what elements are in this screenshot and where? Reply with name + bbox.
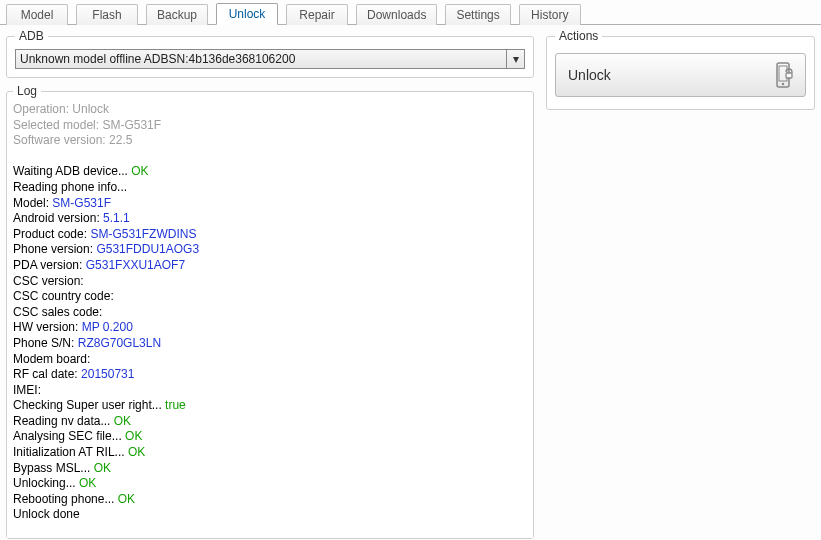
log-segment: Analysing SEC file... xyxy=(13,429,125,443)
log-line: Rebooting phone... OK xyxy=(13,492,527,508)
log-segment: Selected model: SM-G531F xyxy=(13,118,161,132)
log-segment: Modem board: xyxy=(13,352,90,366)
actions-legend: Actions xyxy=(555,29,602,43)
log-segment: Reading phone info... xyxy=(13,180,127,194)
phone-unlock-icon xyxy=(775,62,793,88)
log-segment: IMEI: xyxy=(13,383,41,397)
log-segment: OK xyxy=(118,492,135,506)
log-segment: Operation: Unlock xyxy=(13,102,109,116)
log-segment: Model: xyxy=(13,196,52,210)
log-segment: SM-G531F xyxy=(52,196,111,210)
log-segment: OK xyxy=(125,429,142,443)
log-segment: Rebooting phone... xyxy=(13,492,118,506)
log-line xyxy=(13,149,527,165)
log-segment: Checking Super user right... xyxy=(13,398,165,412)
log-line: Operation: Unlock xyxy=(13,102,527,118)
tab-downloads[interactable]: Downloads xyxy=(356,4,437,25)
log-line: CSC sales code: xyxy=(13,305,527,321)
log-segment: 20150731 xyxy=(81,367,134,381)
log-segment: RF cal date: xyxy=(13,367,81,381)
log-segment: CSC sales code: xyxy=(13,305,102,319)
unlock-button-label: Unlock xyxy=(568,67,611,83)
log-segment: OK xyxy=(79,476,96,490)
tab-label: Model xyxy=(21,8,54,22)
log-segment: OK xyxy=(94,461,111,475)
log-segment: Phone version: xyxy=(13,242,96,256)
log-line: Product code: SM-G531FZWDINS xyxy=(13,227,527,243)
log-line: Software version: 22.5 xyxy=(13,133,527,149)
log-segment: true xyxy=(165,398,186,412)
log-line: Waiting ADB device... OK xyxy=(13,164,527,180)
log-line: Analysing SEC file... OK xyxy=(13,429,527,445)
actions-group: Actions Unlock xyxy=(546,29,815,110)
tab-label: Unlock xyxy=(229,7,266,21)
log-segment: HW version: xyxy=(13,320,82,334)
log-segment: SM-G531FZWDINS xyxy=(90,227,196,241)
tab-repair[interactable]: Repair xyxy=(286,4,348,25)
log-output[interactable]: Operation: UnlockSelected model: SM-G531… xyxy=(7,98,533,538)
log-line: Modem board: xyxy=(13,352,527,368)
tab-label: Flash xyxy=(92,8,121,22)
log-segment: Phone S/N: xyxy=(13,336,78,350)
log-segment: OK xyxy=(128,445,145,459)
chevron-down-icon: ▾ xyxy=(506,50,524,68)
log-line: Selected model: SM-G531F xyxy=(13,118,527,134)
tab-label: Repair xyxy=(299,8,334,22)
adb-device-selected: Unknown model offline ADBSN:4b136de36810… xyxy=(16,50,506,68)
adb-device-dropdown[interactable]: Unknown model offline ADBSN:4b136de36810… xyxy=(15,49,525,69)
log-segment: 5.1.1 xyxy=(103,211,130,225)
log-line: CSC version: xyxy=(13,274,527,290)
tab-flash[interactable]: Flash xyxy=(76,4,138,25)
log-line: Initialization AT RIL... OK xyxy=(13,445,527,461)
log-segment: Reading nv data... xyxy=(13,414,114,428)
log-segment: Bypass MSL... xyxy=(13,461,94,475)
log-line: Reading nv data... OK xyxy=(13,414,527,430)
log-line: Bypass MSL... OK xyxy=(13,461,527,477)
log-line: Phone version: G531FDDU1AOG3 xyxy=(13,242,527,258)
adb-legend: ADB xyxy=(15,29,48,43)
log-segment: RZ8G70GL3LN xyxy=(78,336,161,350)
tab-label: Downloads xyxy=(367,8,426,22)
log-segment: CSC country code: xyxy=(13,289,114,303)
tab-history[interactable]: History xyxy=(519,4,581,25)
log-line: IMEI: xyxy=(13,383,527,399)
tab-bar: ModelFlashBackupUnlockRepairDownloadsSet… xyxy=(0,0,821,25)
log-segment: Waiting ADB device... xyxy=(13,164,131,178)
tab-backup[interactable]: Backup xyxy=(146,4,208,25)
log-line: Checking Super user right... true xyxy=(13,398,527,414)
log-line: HW version: MP 0.200 xyxy=(13,320,527,336)
log-segment: Product code: xyxy=(13,227,90,241)
adb-group: ADB Unknown model offline ADBSN:4b136de3… xyxy=(6,29,534,78)
log-segment: Unlocking... xyxy=(13,476,79,490)
log-segment: Unlock done xyxy=(13,507,80,521)
log-segment: Android version: xyxy=(13,211,103,225)
tab-settings[interactable]: Settings xyxy=(445,4,510,25)
unlock-button[interactable]: Unlock xyxy=(555,53,806,97)
log-segment: G531FXXU1AOF7 xyxy=(86,258,185,272)
log-segment: PDA version: xyxy=(13,258,86,272)
log-line: Phone S/N: RZ8G70GL3LN xyxy=(13,336,527,352)
log-line: Android version: 5.1.1 xyxy=(13,211,527,227)
log-line: Unlocking... OK xyxy=(13,476,527,492)
log-segment: Initialization AT RIL... xyxy=(13,445,128,459)
log-group: Log Operation: UnlockSelected model: SM-… xyxy=(6,84,534,539)
log-segment: G531FDDU1AOG3 xyxy=(96,242,199,256)
log-segment: Software version: 22.5 xyxy=(13,133,132,147)
log-segment: CSC version: xyxy=(13,274,84,288)
log-line: RF cal date: 20150731 xyxy=(13,367,527,383)
svg-rect-3 xyxy=(786,73,792,78)
tab-model[interactable]: Model xyxy=(6,4,68,25)
log-legend: Log xyxy=(13,84,41,98)
tab-unlock[interactable]: Unlock xyxy=(216,3,278,25)
log-segment: OK xyxy=(131,164,148,178)
log-line: Unlock done xyxy=(13,507,527,523)
tab-label: History xyxy=(531,8,568,22)
log-line: Model: SM-G531F xyxy=(13,196,527,212)
log-segment: MP 0.200 xyxy=(82,320,133,334)
tab-label: Backup xyxy=(157,8,197,22)
tab-label: Settings xyxy=(456,8,499,22)
log-line: PDA version: G531FXXU1AOF7 xyxy=(13,258,527,274)
log-line: Reading phone info... xyxy=(13,180,527,196)
log-segment: OK xyxy=(114,414,131,428)
log-line: CSC country code: xyxy=(13,289,527,305)
